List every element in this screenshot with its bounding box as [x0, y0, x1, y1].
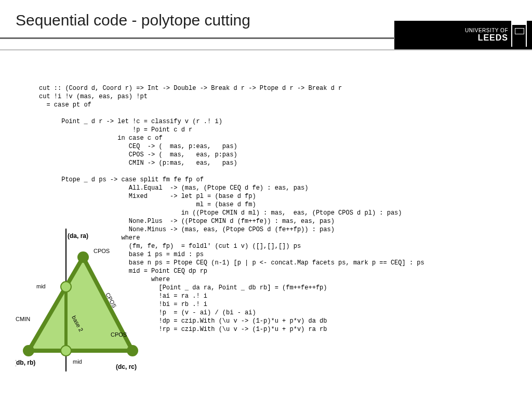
label-cpos-right: CPOS	[111, 331, 127, 338]
label-da-ra: (da, ra)	[68, 232, 88, 240]
svg-point-6	[77, 251, 89, 263]
sub-rule	[0, 49, 532, 50]
slide-title: Sequential code - polytope cutting	[16, 11, 250, 29]
svg-point-8	[127, 345, 138, 356]
label-dc-rc: (dc, rc)	[116, 363, 137, 370]
logo-line2: LEEDS	[465, 33, 508, 43]
label-cmin: CMIN	[16, 316, 30, 322]
svg-point-10	[61, 345, 71, 356]
label-mid-2: mid	[73, 358, 82, 365]
svg-point-9	[61, 282, 71, 292]
title-rule	[0, 37, 395, 39]
label-db-rb: (db, rb)	[16, 359, 35, 366]
uni-logo: UNIVERSITY OF LEEDS	[394, 21, 532, 49]
label-mid-1: mid	[36, 283, 46, 289]
label-cpos-top: CPOS	[94, 248, 110, 254]
logo-line1: UNIVERSITY OF	[465, 28, 508, 33]
svg-point-7	[23, 345, 34, 356]
polytope-diagram: (da, ra) CPOS mid CMIN CPOS mid (db, rb)…	[16, 229, 151, 374]
tower-icon	[511, 24, 527, 47]
